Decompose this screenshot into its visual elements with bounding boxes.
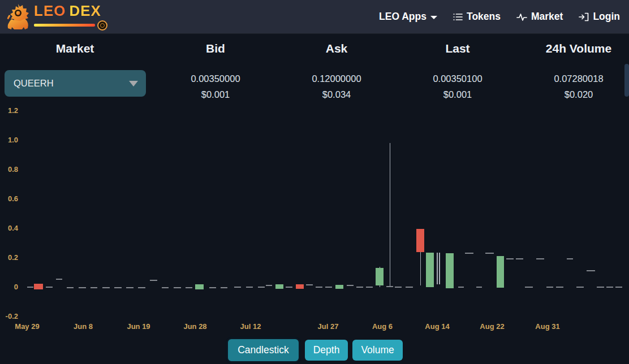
doji-candle	[67, 287, 74, 288]
brand-coin-icon	[97, 20, 107, 31]
x-axis-tick-label: Aug 14	[415, 322, 460, 331]
candlestick-chart-canvas[interactable]: 1.21.00.80.60.40.20-0.2May 29Jun 8Jun 19…	[0, 101, 629, 338]
bearish-candle	[416, 229, 424, 252]
x-axis-tick-label: Jul 27	[305, 322, 351, 331]
nav-leo-apps-dropdown[interactable]: LEO Apps	[379, 11, 437, 23]
doji-candle	[325, 287, 332, 288]
ask-value: 0.12000000	[276, 73, 397, 84]
y-axis-tick-label: 0.4	[0, 224, 18, 232]
list-icon	[453, 12, 463, 21]
doji-candle	[606, 287, 613, 288]
doji-candle	[556, 287, 563, 288]
doji-candle	[386, 286, 393, 287]
doji-candle	[221, 287, 227, 288]
y-axis-tick-label: -0.2	[0, 312, 18, 320]
candlestick-button[interactable]: Candlestick	[226, 337, 300, 363]
bullish-candle	[376, 268, 384, 285]
doji-candle	[587, 270, 595, 271]
volume-usd: $0.020	[518, 89, 629, 100]
candle-wick	[439, 253, 440, 284]
last-value: 0.00350100	[397, 73, 518, 84]
candle-wick	[420, 252, 421, 285]
doji-candle	[126, 287, 133, 288]
bullish-candle	[335, 285, 343, 289]
doji-candle	[536, 258, 544, 259]
doji-candle	[209, 287, 216, 288]
doji-candle	[246, 287, 253, 288]
bearish-candle	[34, 284, 43, 289]
doji-candle	[150, 280, 157, 281]
candle-wick	[390, 143, 390, 287]
y-axis-tick-label: 1.0	[0, 136, 18, 144]
bullish-candle	[275, 284, 283, 289]
bid-header: Bid	[155, 42, 276, 55]
doji-candle	[567, 258, 573, 259]
brand-dex-text: DEX	[69, 2, 101, 19]
scrollbar-thumb[interactable]	[624, 64, 629, 97]
bid-value: 0.00350000	[155, 73, 276, 84]
x-axis-tick-label: May 29	[5, 322, 50, 331]
x-axis-tick-label: Aug 31	[525, 322, 570, 331]
bearish-candle	[296, 284, 304, 289]
market-header: Market	[0, 42, 150, 55]
candle-wick	[380, 285, 380, 287]
ask-usd: $0.034	[276, 89, 397, 100]
x-axis-tick-label: Aug 6	[360, 322, 405, 331]
doji-candle	[186, 287, 192, 288]
candle-wick	[437, 253, 438, 284]
volume-column: 24h Volume 0.07280018 $0.020	[518, 42, 629, 100]
leodex-app: LEODEX LEO Apps	[0, 0, 629, 364]
volume-header: 24h Volume	[518, 42, 629, 55]
doji-candle	[597, 287, 604, 288]
nav-tokens-label: Tokens	[467, 11, 501, 23]
doji-candle	[576, 287, 584, 288]
bullish-candle	[195, 284, 204, 289]
doji-candle	[56, 279, 62, 280]
y-axis-tick-label: 1.2	[0, 106, 18, 115]
nav-login-label: Login	[593, 11, 620, 23]
market-pair-select[interactable]: QUEERH	[5, 70, 146, 97]
bullish-candle	[446, 253, 454, 288]
nav-tokens-link[interactable]: Tokens	[453, 11, 501, 23]
doji-candle	[114, 287, 122, 288]
doji-candle	[286, 287, 292, 288]
doji-candle	[234, 287, 241, 288]
x-axis-tick-label: Jun 19	[116, 322, 161, 331]
doji-candle	[46, 287, 53, 288]
brand-underline-bar	[34, 24, 95, 27]
nav-leo-apps-label: LEO Apps	[379, 11, 426, 23]
y-axis-tick-label: 0.6	[0, 194, 18, 203]
doji-candle	[465, 253, 473, 254]
x-axis-tick-label: Aug 22	[469, 322, 515, 331]
x-axis-tick-label: Jul 12	[228, 322, 273, 331]
select-arrow-icon	[129, 81, 138, 86]
doji-candle	[366, 287, 373, 288]
last-usd: $0.001	[397, 89, 518, 100]
last-header: Last	[397, 42, 518, 55]
top-navbar: LEODEX LEO Apps	[0, 0, 629, 34]
y-axis-tick-label: 0	[0, 283, 18, 291]
nav-market-link[interactable]: Market	[516, 11, 563, 23]
last-column: Last 0.00350100 $0.001	[397, 42, 518, 100]
depth-button[interactable]: Depth	[305, 340, 348, 361]
leodex-logo[interactable]: LEODEX	[5, 3, 107, 31]
ask-column: Ask 0.12000000 $0.034	[276, 42, 397, 100]
bullish-candle	[497, 256, 504, 288]
x-axis-tick-label: Jun 8	[61, 322, 106, 331]
leodex-lion-icon	[5, 3, 29, 31]
market-pair-selected: QUEERH	[14, 78, 54, 89]
doji-candle	[516, 258, 523, 259]
nav-login-link[interactable]: Login	[579, 11, 620, 23]
bid-column: Bid 0.00350000 $0.001	[155, 42, 276, 100]
x-axis-tick-label: Jun 28	[173, 322, 218, 331]
pulse-icon	[516, 12, 527, 21]
volume-button[interactable]: Volume	[352, 340, 402, 361]
nav-market-label: Market	[531, 11, 563, 23]
doji-candle	[615, 287, 622, 288]
caret-down-icon	[430, 16, 437, 19]
doji-candle	[174, 287, 181, 288]
doji-candle	[356, 287, 363, 288]
nav-items: LEO Apps Tokens Market	[379, 11, 620, 23]
doji-candle	[27, 287, 33, 288]
leodex-wordmark: LEODEX	[34, 3, 107, 31]
